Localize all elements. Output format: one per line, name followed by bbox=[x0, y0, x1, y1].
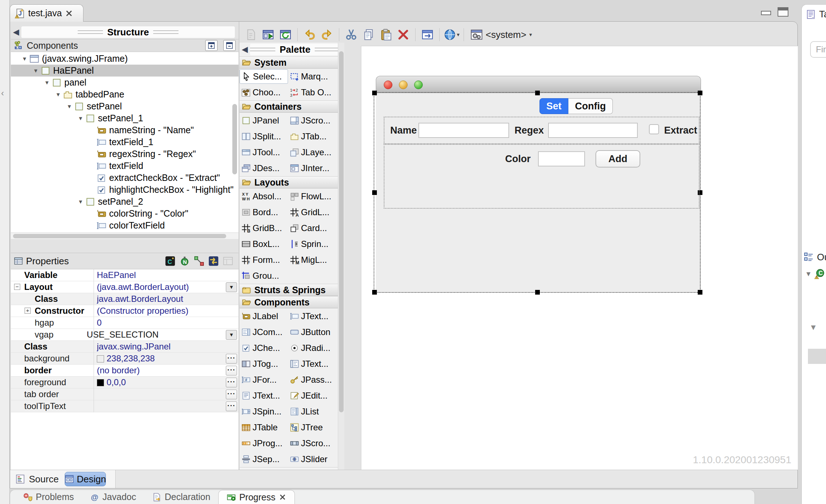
minimize-traffic-light-icon[interactable] bbox=[399, 81, 408, 89]
expander-open-icon[interactable]: ▼ bbox=[42, 79, 52, 86]
paste-button[interactable] bbox=[378, 27, 394, 43]
close-traffic-light-icon[interactable] bbox=[384, 81, 392, 89]
property-row-border[interactable]: border(no border)··· bbox=[11, 365, 238, 377]
palette-item-jsplit-jsplitpane[interactable]: JSplit... bbox=[240, 129, 288, 144]
tree-item-highlightcheckbox-highlight[interactable]: highlightCheckBox - "Highlight" bbox=[11, 184, 238, 196]
tree-vertical-scrollbar[interactable] bbox=[232, 104, 237, 174]
refresh-view-button[interactable] bbox=[277, 27, 294, 43]
close-icon[interactable] bbox=[279, 493, 287, 501]
palette-item-jscro-jscrollbar[interactable]: JScro... bbox=[288, 436, 336, 451]
palette-item-jlaye-jlayeredpane[interactable]: JLaye... bbox=[288, 145, 336, 160]
property-value[interactable]: (no border) bbox=[97, 365, 224, 376]
tab-outline[interactable]: Ou bbox=[804, 248, 826, 266]
link-button[interactable] bbox=[194, 256, 205, 266]
palette-scrollbar[interactable] bbox=[338, 43, 344, 470]
palette-item-jbutton-jbutton[interactable]: JButton bbox=[288, 325, 336, 339]
palette-section-partial[interactable] bbox=[240, 467, 338, 470]
property-row-layout[interactable]: −Layout(java.awt.BorderLayout)▼ bbox=[11, 281, 238, 293]
tree-item-setpanel-1[interactable]: ▼setPanel_1 bbox=[11, 112, 238, 124]
color-field[interactable] bbox=[538, 151, 585, 166]
palette-item-boxl-boxlayout[interactable]: BoxL... bbox=[240, 237, 288, 251]
property-row-variable[interactable]: VariableHaEPanel bbox=[11, 269, 238, 281]
palette-item-flowl-flowlayout[interactable]: FlowL... bbox=[288, 189, 336, 204]
run-view-button[interactable] bbox=[260, 27, 276, 43]
convert-button[interactable] bbox=[208, 256, 219, 266]
palette-item-jtext-jtextarea[interactable]: JText... bbox=[240, 388, 288, 403]
selection-handle[interactable] bbox=[698, 290, 702, 295]
palette-item-jtree-jtree[interactable]: JTree bbox=[288, 420, 336, 435]
property-ellipsis-button[interactable]: ··· bbox=[226, 366, 237, 375]
editor-tab-testjava[interactable]: J! test.java bbox=[10, 4, 83, 22]
collapse-structure-arrow-icon[interactable]: ◀ bbox=[11, 27, 21, 37]
palette-item-tab-o-taborder[interactable]: 123Tab O... bbox=[288, 85, 336, 100]
palette-section-layouts[interactable]: Layouts bbox=[240, 176, 338, 188]
palette-item-jpass-jpassword[interactable]: JPass... bbox=[288, 373, 336, 387]
undo-button[interactable] bbox=[301, 27, 318, 43]
collapse-property-icon[interactable]: − bbox=[14, 284, 20, 290]
palette-item-jcom-jcombobox[interactable]: JCom... bbox=[240, 325, 288, 339]
palette-item-marq-marquee[interactable]: Marq... bbox=[288, 69, 336, 84]
property-value[interactable]: 0 bbox=[97, 317, 224, 329]
property-row-background[interactable]: background238,238,238··· bbox=[11, 353, 238, 365]
tree-item-panel[interactable]: ▼panel bbox=[11, 77, 238, 88]
property-value[interactable]: 0,0,0 bbox=[97, 377, 224, 388]
palette-item-form-grid-f[interactable]: FForm... bbox=[240, 253, 288, 267]
property-dropdown-button[interactable]: ▼ bbox=[226, 330, 237, 340]
wizard-button[interactable] bbox=[242, 27, 259, 43]
palette-item-jche-jcheckbox[interactable]: JChe... bbox=[240, 341, 288, 355]
tree-item-colortextfield[interactable]: colorTextField bbox=[11, 220, 238, 231]
tab-tasks[interactable]: Ta bbox=[806, 9, 826, 20]
palette-item-jradi-jradiobutton[interactable]: JRadi... bbox=[288, 341, 336, 355]
palette-item-jslider-jslider[interactable]: JSlider bbox=[288, 452, 336, 466]
selection-handle[interactable] bbox=[698, 91, 702, 95]
redo-button[interactable] bbox=[319, 27, 335, 43]
tree-horizontal-scrollbar[interactable] bbox=[11, 233, 238, 239]
palette-item-jtab-jtabbedpane[interactable]: JTab... bbox=[288, 129, 336, 144]
collapse-palette-arrow-icon[interactable]: ◀ bbox=[240, 45, 250, 54]
tree-item-textfield-1[interactable]: textField_1 bbox=[11, 136, 238, 148]
palette-item-jprog-jprogressbar[interactable]: JProg... bbox=[240, 436, 288, 451]
expander-open-icon[interactable]: ▼ bbox=[20, 56, 29, 62]
palette-item-jtext-jtextfield[interactable]: JText... bbox=[288, 309, 336, 323]
tree-item-namestring-name[interactable]: nameString - "Name" bbox=[11, 124, 238, 136]
palette-item-selec-cursor[interactable]: Selec... bbox=[240, 69, 288, 84]
palette-item-jtool-jtoolbar[interactable]: JTool... bbox=[240, 145, 288, 160]
property-value[interactable]: HaEPanel bbox=[97, 269, 224, 281]
delete-button[interactable] bbox=[395, 27, 412, 43]
property-row-hgap[interactable]: hgap0 bbox=[11, 317, 238, 329]
view-tab-javadoc[interactable]: @Javadoc bbox=[82, 490, 144, 504]
tree-item-textfield[interactable]: textField bbox=[11, 160, 238, 172]
preview-tab-config[interactable]: Config bbox=[568, 98, 613, 114]
palette-item-jtable-jtable[interactable]: JTable bbox=[240, 420, 288, 435]
palette-item-jsep-jseparator[interactable]: JSep... bbox=[240, 452, 288, 466]
expand-property-icon[interactable]: + bbox=[25, 308, 31, 314]
property-value[interactable]: java.awt.BorderLayout bbox=[97, 293, 224, 305]
property-value[interactable]: (java.awt.BorderLayout) bbox=[97, 281, 224, 293]
property-row-foreground[interactable]: foreground0,0,0··· bbox=[11, 377, 238, 388]
palette-item-jlabel-jlabel[interactable]: JLabel bbox=[240, 309, 288, 323]
expander-open-icon[interactable]: ▼ bbox=[31, 68, 40, 74]
extract-checkbox[interactable] bbox=[649, 124, 659, 134]
palette-item-jdes-jdesktoppane[interactable]: JDes... bbox=[240, 161, 288, 175]
property-value[interactable]: (Constructor properties) bbox=[97, 305, 224, 317]
property-ellipsis-button[interactable]: ··· bbox=[226, 354, 237, 364]
tab-design[interactable]: Design bbox=[65, 472, 106, 486]
property-dropdown-button[interactable]: ▼ bbox=[226, 282, 237, 292]
expand-all-button[interactable] bbox=[205, 40, 218, 51]
cut-button[interactable] bbox=[343, 27, 360, 43]
property-row-constructor[interactable]: +Constructor(Constructor properties) bbox=[11, 305, 238, 317]
expander-open-icon[interactable]: ▼ bbox=[65, 103, 74, 109]
structure-drag-band[interactable]: Structure bbox=[21, 26, 235, 38]
tree-item-setpanel-2[interactable]: ▼setPanel_2 bbox=[11, 196, 238, 208]
palette-item-jpanel-jpanel[interactable]: JPanel bbox=[240, 113, 288, 128]
palette-item-jinter-jinternalframe[interactable]: JInter... bbox=[288, 161, 336, 175]
tree-item-regexstring-regex[interactable]: regexString - "Regex" bbox=[11, 148, 238, 160]
palette-item-choo-beans[interactable]: Choo... bbox=[240, 85, 288, 100]
palette-item-jscro-jscrollpane[interactable]: JScro... bbox=[288, 113, 336, 128]
property-row-tab-order[interactable]: tab order··· bbox=[11, 388, 238, 400]
close-icon[interactable] bbox=[65, 9, 73, 18]
palette-item-absol-absolute[interactable]: X YW HAbsol... bbox=[240, 189, 288, 204]
preview-tab-set[interactable]: Set bbox=[539, 98, 568, 114]
palette-section-system[interactable]: System bbox=[240, 56, 338, 69]
add-button[interactable]: Add bbox=[595, 150, 640, 168]
